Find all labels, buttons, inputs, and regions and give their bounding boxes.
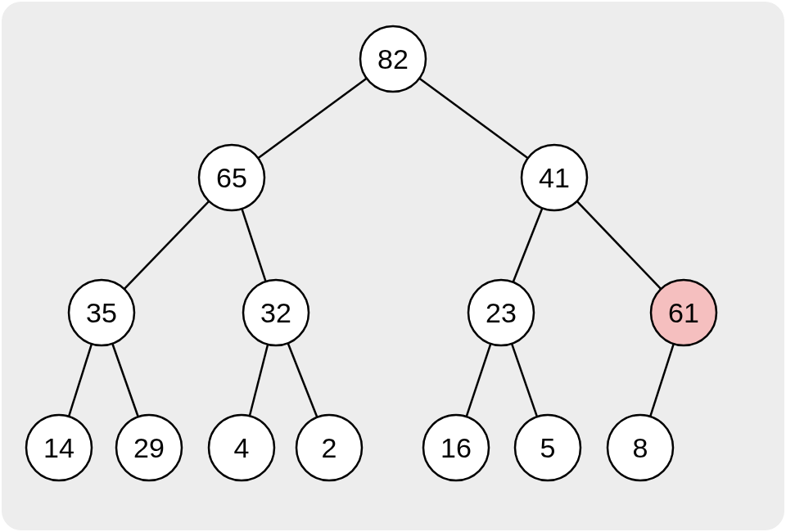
tree-node-value: 29 <box>133 432 165 463</box>
tree-edge <box>288 343 318 417</box>
tree-node: 2 <box>296 415 362 480</box>
tree-node: 23 <box>468 280 534 345</box>
tree-node: 16 <box>423 415 489 480</box>
tree-node-highlighted: 61 <box>651 280 716 345</box>
tree-node-value: 61 <box>668 297 699 328</box>
tree-edge <box>124 201 209 289</box>
tree-edge <box>577 201 662 289</box>
tree-node-value: 32 <box>260 297 291 328</box>
tree-node-value: 65 <box>216 162 247 193</box>
diagram-panel: 826541353223611429421658 <box>2 2 784 530</box>
tree-node: 4 <box>209 415 274 480</box>
tree-node: 41 <box>522 145 587 210</box>
tree-node-value: 82 <box>377 43 409 74</box>
tree-diagram: 826541353223611429421658 <box>2 2 784 530</box>
tree-node: 5 <box>515 415 580 480</box>
tree-node: 82 <box>360 26 426 92</box>
tree-node: 8 <box>608 415 673 480</box>
tree-node: 65 <box>199 145 264 210</box>
tree-edge <box>467 344 491 417</box>
tree-edge <box>250 345 268 416</box>
tree-node-value: 8 <box>633 432 648 463</box>
tree-node-value: 4 <box>234 432 250 463</box>
tree-node: 14 <box>26 415 92 480</box>
tree-node: 35 <box>69 280 134 345</box>
tree-edge <box>512 344 537 417</box>
tree-node-value: 23 <box>486 297 517 328</box>
tree-node-value: 5 <box>540 432 556 463</box>
tree-edge <box>258 79 367 159</box>
tree-node-value: 41 <box>539 162 570 193</box>
tree-edge <box>650 344 674 417</box>
tree-node-value: 16 <box>440 432 472 463</box>
tree-edge <box>242 209 265 282</box>
tree-edge <box>513 208 543 282</box>
tree-node-value: 14 <box>43 432 75 463</box>
tree-edge <box>419 79 528 159</box>
tree-node-value: 35 <box>86 297 117 328</box>
tree-edge <box>69 344 92 417</box>
tree-node: 29 <box>116 415 182 480</box>
tree-node-value: 2 <box>322 432 337 463</box>
tree-edge <box>112 344 138 417</box>
tree-node: 32 <box>243 280 309 345</box>
